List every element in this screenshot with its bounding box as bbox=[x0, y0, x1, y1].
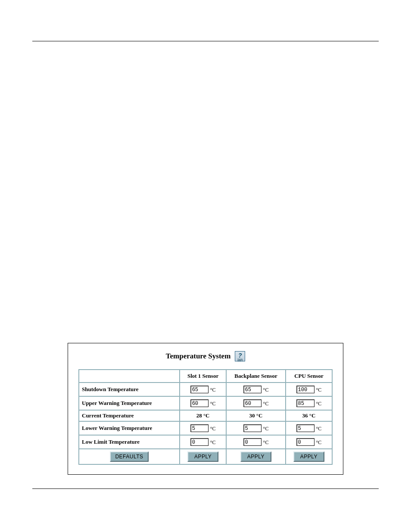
temperature-panel: Temperature System ? Help Slot 1 Sensor … bbox=[68, 343, 343, 475]
apply-backplane-button[interactable]: APPLY bbox=[240, 451, 271, 462]
apply-cpu-button[interactable]: APPLY bbox=[293, 451, 324, 462]
row-label-upper-warning: Upper Warning Temperature bbox=[79, 397, 179, 410]
unit-label: °C bbox=[316, 387, 322, 393]
unit-label: °C bbox=[263, 426, 269, 432]
upper-slot1-input[interactable] bbox=[190, 399, 209, 407]
bottom-rule bbox=[32, 488, 379, 489]
shutdown-slot1-input[interactable] bbox=[190, 386, 209, 393]
lower-backplane-input[interactable] bbox=[243, 424, 262, 432]
question-icon: ? bbox=[238, 353, 242, 358]
row-label-low-limit: Low Limit Temperature bbox=[79, 436, 179, 448]
shutdown-cpu-input[interactable] bbox=[296, 386, 314, 393]
unit-label: °C bbox=[210, 426, 216, 432]
current-slot1: 28 °C bbox=[180, 411, 226, 421]
lower-slot1-input[interactable] bbox=[190, 424, 209, 432]
header-backplane: Backplane Sensor bbox=[227, 370, 285, 382]
header-cpu: CPU Sensor bbox=[286, 370, 332, 382]
header-slot1: Slot 1 Sensor bbox=[180, 370, 226, 382]
lowlimit-slot1-input[interactable] bbox=[190, 438, 209, 446]
unit-label: °C bbox=[210, 401, 216, 407]
unit-label: °C bbox=[316, 439, 322, 446]
help-label: Help bbox=[237, 358, 243, 361]
row-label-lower-warning: Lower Warning Temperature bbox=[79, 422, 179, 435]
current-backplane: 30 °C bbox=[227, 411, 285, 421]
row-label-shutdown: Shutdown Temperature bbox=[79, 383, 179, 396]
upper-cpu-input[interactable] bbox=[296, 399, 314, 407]
lower-cpu-input[interactable] bbox=[296, 424, 314, 432]
lowlimit-cpu-input[interactable] bbox=[296, 438, 314, 446]
unit-label: °C bbox=[210, 439, 216, 446]
top-rule bbox=[32, 41, 379, 41]
lowlimit-backplane-input[interactable] bbox=[243, 438, 262, 446]
row-label-current: Current Temperature bbox=[79, 411, 179, 421]
unit-label: °C bbox=[316, 401, 322, 407]
unit-label: °C bbox=[263, 439, 269, 446]
unit-label: °C bbox=[263, 387, 269, 393]
temperature-table: Slot 1 Sensor Backplane Sensor CPU Senso… bbox=[78, 369, 333, 465]
unit-label: °C bbox=[316, 426, 322, 432]
upper-backplane-input[interactable] bbox=[243, 399, 262, 407]
shutdown-backplane-input[interactable] bbox=[243, 386, 262, 393]
header-blank bbox=[79, 370, 179, 382]
unit-label: °C bbox=[210, 387, 216, 393]
unit-label: °C bbox=[263, 401, 269, 407]
help-button[interactable]: ? Help bbox=[235, 351, 245, 361]
panel-title: Temperature System bbox=[166, 352, 231, 361]
current-cpu: 36 °C bbox=[286, 411, 332, 421]
defaults-button[interactable]: DEFAULTS bbox=[110, 451, 148, 462]
apply-slot1-button[interactable]: APPLY bbox=[187, 451, 218, 462]
